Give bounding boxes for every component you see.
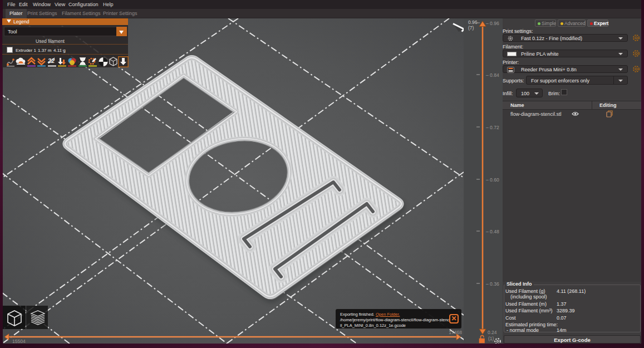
svg-text:15504: 15504	[12, 339, 26, 344]
svg-text:17468: 17468	[449, 330, 462, 335]
